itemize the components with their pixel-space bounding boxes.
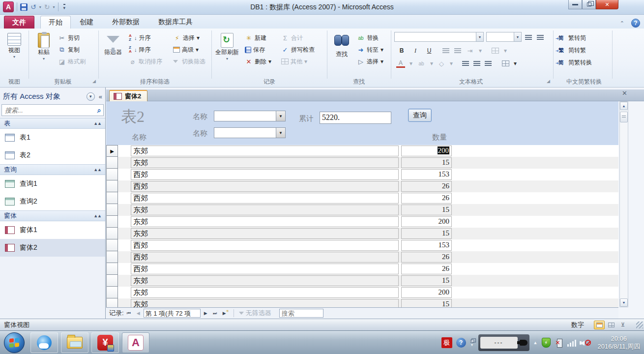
delete-record-button[interactable]: ✕ 删除 ▾ — [245, 56, 271, 67]
align-center-icon[interactable] — [473, 61, 480, 66]
qty-cell[interactable]: 26 — [401, 252, 452, 263]
replace-button[interactable]: ab 替换 — [357, 32, 379, 43]
font-color-button[interactable]: A — [396, 59, 405, 68]
format-painter-button[interactable]: ◪ 格式刷 — [58, 56, 86, 67]
record-selector[interactable] — [106, 157, 118, 169]
volume-muted-icon[interactable] — [580, 338, 591, 348]
traditional-to-simplified-button[interactable]: 简 繁转简 — [558, 32, 586, 43]
record-search-input[interactable] — [279, 309, 323, 318]
record-selector[interactable] — [106, 169, 118, 180]
decrease-indent-icon[interactable] — [442, 48, 449, 53]
dialog-launcher-icon[interactable]: ◢ — [547, 79, 550, 84]
last-record-button[interactable]: ⏭ — [211, 309, 219, 318]
start-button[interactable] — [4, 332, 25, 353]
refresh-all-button[interactable]: 全部刷新 ▾ — [213, 31, 241, 76]
qty-cell[interactable]: 200 — [401, 287, 452, 298]
taskbar-item-finance-app[interactable]: ¥ — [91, 332, 119, 353]
clear-sort-button[interactable]: ⌀ 取消排序 — [129, 56, 162, 67]
align-left-icon[interactable] — [462, 61, 469, 66]
name-cell[interactable]: 西郊 — [131, 252, 399, 263]
selection-filter-button[interactable]: ⚡ 选择 ▾ — [173, 32, 200, 43]
name-cell[interactable]: 西郊 — [131, 193, 399, 204]
qty-cell[interactable]: 26 — [401, 193, 452, 204]
sidebar-item-查询1[interactable]: 查询1 — [0, 175, 105, 193]
restore-button[interactable] — [582, 0, 596, 9]
resize-grip[interactable] — [636, 322, 643, 328]
sidebar-item-查询2[interactable]: 查询2 — [0, 193, 105, 210]
nav-section-header[interactable]: 表▲▲ — [0, 118, 105, 129]
ime-mode-box[interactable]: --- — [480, 337, 518, 349]
grid-icon[interactable] — [502, 60, 509, 66]
name-cell[interactable]: 东郊 — [131, 216, 399, 227]
help-icon[interactable]: ? — [631, 19, 640, 28]
bullet-list-button[interactable] — [525, 32, 532, 43]
name-combo-2[interactable]: ▼ — [214, 127, 286, 138]
security-shield-icon[interactable]: ⚡ — [542, 338, 551, 348]
new-blank-record-button[interactable]: ▶ — [220, 309, 229, 318]
name-cell[interactable]: 东郊 — [131, 299, 399, 307]
chevron-down-icon[interactable]: ▼ — [276, 111, 285, 121]
name-cell[interactable]: 西郊 — [131, 240, 399, 251]
name-cell[interactable]: 东郊 — [131, 146, 399, 156]
close-document-icon[interactable]: ✕ — [622, 89, 627, 97]
underline-button[interactable]: U — [425, 46, 434, 55]
search-input[interactable] — [2, 107, 95, 114]
numbered-list-button[interactable] — [537, 32, 544, 43]
simplified-to-traditional-button[interactable]: 繁 简转繁 — [558, 45, 586, 56]
fill-color-icon[interactable]: ◇ — [438, 60, 445, 67]
chevron-down-icon[interactable]: ▼ — [276, 128, 285, 138]
convert-button[interactable]: 简 简繁转换 — [558, 57, 592, 68]
qty-cell[interactable]: 15 — [401, 205, 452, 215]
sidebar-item-窗体1[interactable]: 窗体1 — [0, 221, 105, 239]
paste-button[interactable]: 粘贴 ▾ — [31, 31, 56, 76]
tab-external-data[interactable]: 外部数据 — [104, 16, 147, 29]
minimize-button[interactable] — [568, 0, 582, 9]
direction-icon[interactable]: ⇥ — [466, 47, 474, 55]
record-selector[interactable] — [106, 216, 118, 228]
qty-cell[interactable]: 153 — [401, 240, 452, 251]
scroll-up-icon[interactable]: ▲ — [620, 102, 628, 110]
more-records-button[interactable]: 其他 ▾ — [281, 56, 307, 67]
name-cell[interactable]: 东郊 — [131, 228, 399, 239]
ime-seal-icon[interactable]: 极 — [441, 337, 452, 348]
total-value-field[interactable]: 5220. — [320, 112, 391, 124]
font-size-combo[interactable]: ▼ — [486, 32, 522, 42]
record-selector[interactable] — [106, 192, 118, 204]
sort-descending-button[interactable]: ZA↓ 降序 — [129, 44, 151, 55]
name-cell[interactable]: 西郊 — [131, 169, 399, 180]
name-cell[interactable]: 西郊 — [131, 264, 399, 274]
tab-create[interactable]: 创建 — [72, 16, 101, 29]
name-cell[interactable]: 东郊 — [131, 205, 399, 215]
scrollbar-thumb[interactable] — [620, 112, 628, 122]
document-tab-form2[interactable]: 窗体2 — [109, 90, 147, 101]
highlight-color-button[interactable]: ab — [417, 59, 426, 68]
filter-status[interactable]: 无筛选器 — [239, 309, 271, 318]
taskbar-item-explorer[interactable] — [61, 332, 88, 353]
sort-ascending-button[interactable]: AZ↓ 升序 — [129, 32, 151, 43]
qty-cell[interactable]: 15 — [401, 299, 452, 307]
restore-tray-icon[interactable]: ▾ — [470, 339, 474, 347]
italic-button[interactable]: I — [411, 46, 420, 55]
record-selector[interactable] — [106, 180, 118, 192]
qty-cell[interactable]: 200 — [401, 216, 452, 227]
nav-section-header[interactable]: 查询▲▲ — [0, 164, 105, 175]
qty-cell[interactable]: 26 — [401, 264, 452, 274]
form-view-button[interactable] — [594, 321, 605, 329]
font-name-combo[interactable]: ▼ — [394, 32, 484, 42]
show-hidden-icons[interactable]: ▲ — [533, 340, 538, 345]
totals-button[interactable]: Σ 合计 — [281, 32, 303, 43]
name-cell[interactable]: 东郊 — [131, 157, 399, 168]
scroll-down-icon[interactable]: ▼ — [620, 298, 628, 307]
sidebar-item-表2[interactable]: 表2 — [0, 147, 105, 164]
network-signal-icon[interactable] — [567, 339, 576, 347]
record-selector[interactable] — [106, 251, 118, 263]
qty-cell[interactable]: 15 — [401, 275, 452, 286]
bold-button[interactable]: B — [397, 46, 406, 55]
chevron-down-icon[interactable]: ▼ — [514, 32, 521, 41]
name-combo-1[interactable]: ▼ — [214, 111, 286, 121]
next-record-button[interactable]: ▶ — [202, 309, 210, 318]
qty-cell[interactable]: 153 — [401, 169, 452, 180]
name-cell[interactable]: 东郊 — [131, 287, 399, 298]
collapse-ribbon-icon[interactable]: ⌃ — [620, 20, 624, 27]
toggle-filter-button[interactable]: 切换筛选 — [173, 56, 205, 67]
